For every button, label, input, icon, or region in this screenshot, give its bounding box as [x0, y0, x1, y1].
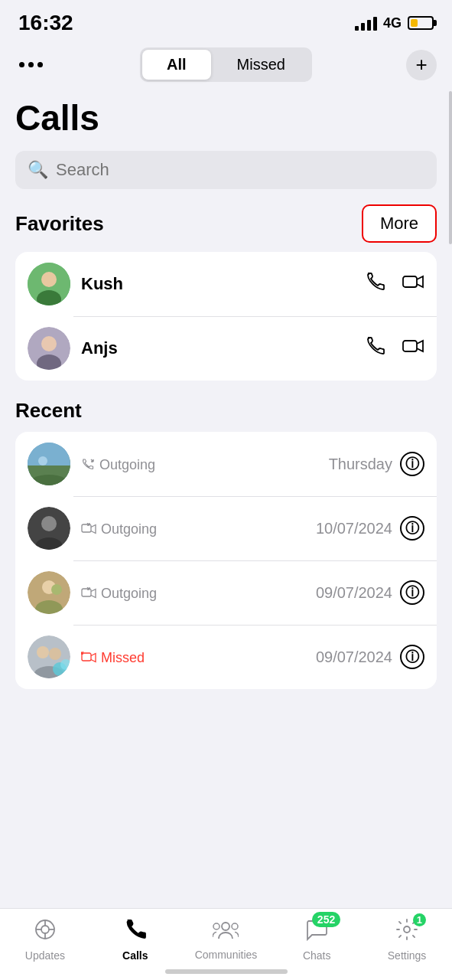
avatar-kush [28, 263, 70, 305]
scrollbar[interactable] [449, 91, 452, 244]
recent-row-0: Outgoing Thursday ⓘ [15, 432, 437, 496]
search-icon: 🔍 [28, 160, 48, 180]
signal-icon [355, 15, 377, 31]
svg-point-38 [404, 926, 410, 933]
svg-point-5 [41, 336, 57, 351]
contact-row-anjs: Anjs [15, 316, 437, 381]
contact-actions-kush [365, 271, 424, 298]
recent-row-1: Outgoing 10/07/2024 ⓘ [15, 496, 437, 560]
status-time: 16:32 [18, 11, 73, 35]
phone-icon-kush[interactable] [365, 271, 386, 298]
recent-row-2: Outgoing 09/07/2024 ⓘ [15, 560, 437, 625]
svg-rect-16 [82, 524, 91, 532]
avatar-recent-0 [28, 443, 70, 485]
info-button-2[interactable]: ⓘ [400, 580, 424, 605]
recent-header: Recent [0, 399, 452, 432]
video-icon-kush[interactable] [402, 271, 424, 298]
communities-icon [213, 919, 239, 946]
recent-row-3: Missed 09/07/2024 ⓘ [15, 625, 437, 689]
svg-rect-21 [82, 589, 91, 596]
favorites-card: Kush [15, 252, 437, 381]
avatar-recent-3 [28, 635, 70, 678]
recent-date-1: 10/07/2024 [316, 520, 392, 537]
avatar-anjs [28, 327, 70, 370]
svg-point-37 [232, 923, 238, 929]
search-bar[interactable]: 🔍 [15, 151, 437, 189]
recent-info-2: Outgoing [81, 584, 305, 602]
tab-updates[interactable]: Updates [15, 918, 76, 962]
more-button[interactable]: More [362, 204, 437, 243]
recent-meta-0: Thursday ⓘ [329, 452, 424, 476]
status-icons: 4G [355, 15, 434, 31]
svg-point-24 [49, 648, 61, 660]
tab-missed[interactable]: Missed [213, 50, 310, 80]
calls-icon [124, 918, 147, 946]
tab-settings[interactable]: 1 Settings [376, 918, 437, 962]
home-indicator [165, 969, 288, 974]
recent-meta-1: 10/07/2024 ⓘ [316, 516, 424, 541]
contact-name-kush: Kush [81, 274, 354, 294]
info-button-3[interactable]: ⓘ [400, 645, 424, 669]
recent-type-label-1: Outgoing [101, 521, 157, 537]
info-button-0[interactable]: ⓘ [400, 452, 424, 476]
tab-calls-label: Calls [122, 949, 148, 962]
recent-type-label-0: Outgoing [99, 457, 155, 473]
tab-chats-label: Chats [303, 949, 331, 962]
svg-point-36 [213, 923, 219, 929]
svg-point-30 [41, 926, 49, 933]
recent-meta-2: 09/07/2024 ⓘ [316, 580, 424, 605]
more-options-button[interactable] [15, 50, 46, 80]
svg-point-35 [222, 923, 229, 930]
contact-row-kush: Kush [15, 252, 437, 316]
battery-icon [408, 16, 434, 30]
svg-point-20 [51, 584, 62, 595]
recent-call-type-3: Missed [81, 650, 305, 666]
recent-info-3: Missed [81, 648, 305, 666]
svg-rect-3 [403, 276, 417, 287]
ellipsis-icon [19, 62, 43, 67]
recent-date-0: Thursday [329, 456, 392, 473]
tab-chats[interactable]: 252 Chats [286, 918, 347, 962]
page-title-area: Calls [0, 91, 452, 151]
avatar-recent-1 [28, 507, 70, 550]
recent-call-type-2: Outgoing [81, 586, 305, 602]
call-filter-tabs: All Missed [140, 47, 312, 82]
scroll-area: Calls 🔍 Favorites More Kush [0, 91, 452, 784]
status-bar: 16:32 4G [0, 0, 452, 41]
svg-point-23 [37, 646, 49, 658]
add-call-button[interactable]: + [406, 50, 437, 80]
svg-point-14 [41, 516, 57, 531]
page-title: Calls [15, 97, 437, 139]
recent-type-label-3: Missed [101, 650, 145, 666]
network-type: 4G [383, 15, 402, 31]
phone-icon-anjs[interactable] [365, 335, 386, 362]
favorites-title: Favorites [15, 212, 104, 236]
recent-call-type-0: Outgoing [81, 457, 318, 473]
svg-rect-7 [403, 341, 417, 351]
updates-icon [34, 918, 57, 946]
recent-info-1: Outgoing [81, 520, 305, 537]
settings-badge: 1 [413, 913, 426, 926]
tab-calls[interactable]: Calls [105, 918, 166, 962]
favorites-header: Favorites More [0, 204, 452, 252]
recent-call-type-1: Outgoing [81, 521, 305, 537]
tab-all[interactable]: All [142, 50, 211, 80]
video-icon-anjs[interactable] [402, 335, 424, 362]
recent-card: Outgoing Thursday ⓘ [15, 432, 437, 689]
contact-name-anjs: Anjs [81, 338, 354, 358]
top-nav: All Missed + [0, 41, 452, 91]
chats-icon: 252 [305, 918, 328, 946]
tab-updates-label: Updates [25, 949, 65, 962]
info-button-1[interactable]: ⓘ [400, 516, 424, 541]
recent-type-label-2: Outgoing [101, 586, 157, 602]
svg-point-1 [41, 272, 57, 287]
recent-date-3: 09/07/2024 [316, 648, 392, 666]
tab-communities[interactable]: Communities [195, 919, 258, 961]
recent-date-2: 09/07/2024 [316, 584, 392, 602]
chats-badge: 252 [312, 912, 340, 927]
recent-title: Recent [15, 399, 82, 423]
recent-meta-3: 09/07/2024 ⓘ [316, 645, 424, 669]
settings-icon: 1 [395, 918, 418, 946]
search-input[interactable] [56, 160, 424, 180]
recent-info-0: Outgoing [81, 456, 318, 473]
